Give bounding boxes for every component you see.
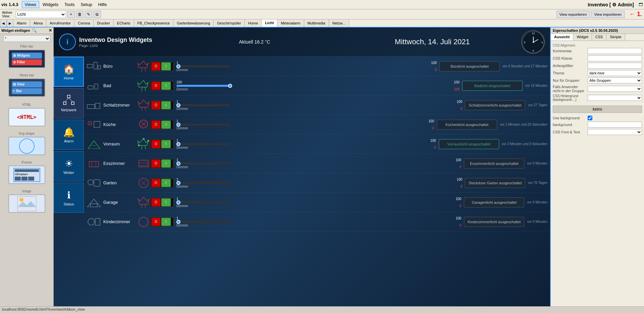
menu-tools[interactable]: Tools bbox=[62, 1, 77, 8]
html-widget[interactable]: <HTML> bbox=[2, 108, 51, 126]
search-icon[interactable]: 🔍 bbox=[32, 28, 37, 33]
tab-netzw[interactable]: Netzw... bbox=[329, 19, 349, 27]
room-status-btn-3[interactable]: Küchenlicht ausgeschaltet bbox=[437, 120, 497, 130]
switch-on-8[interactable]: I bbox=[161, 218, 171, 226]
copy-view-btn[interactable]: ⧉ bbox=[94, 11, 101, 18]
css-klasse-input[interactable] bbox=[588, 55, 642, 61]
nav-alarm[interactable]: 🔔 Alarm bbox=[54, 120, 84, 150]
switch-off-1[interactable]: O bbox=[151, 82, 161, 90]
prop-tab-widget[interactable]: Widget bbox=[573, 34, 592, 41]
room-status-btn-1[interactable]: Badlicht eingeschaltet bbox=[462, 81, 523, 91]
viewtabs-prev[interactable]: ◀ bbox=[0, 19, 7, 27]
dimmer-thumb-7[interactable] bbox=[176, 200, 180, 204]
dimmer-thumb-8[interactable] bbox=[176, 220, 180, 224]
dimmer-thumb-0[interactable] bbox=[176, 64, 180, 68]
switch-off-7[interactable]: O bbox=[151, 198, 161, 206]
prop-tab-css[interactable]: CSS bbox=[592, 34, 607, 41]
switch-off-6[interactable]: O bbox=[151, 179, 161, 187]
dimmer-track-8[interactable] bbox=[176, 221, 230, 223]
prop-tab-aussicht[interactable]: Aussicht bbox=[551, 34, 573, 41]
canvas-area[interactable]: i Inventwo Design Widgets Page: Licht Ak… bbox=[54, 27, 550, 313]
dimmer-track-0[interactable] bbox=[176, 65, 230, 67]
tab-echarts[interactable]: ECharts bbox=[114, 19, 134, 27]
menu-setup[interactable]: Setup bbox=[78, 1, 95, 8]
views-bar-widget[interactable]: ⊞ View ≡ Bar bbox=[2, 78, 51, 98]
viewtabs-next[interactable]: ▶ bbox=[7, 19, 13, 27]
switch-off-2[interactable]: O bbox=[151, 101, 161, 109]
switch-off-5[interactable]: O bbox=[151, 160, 161, 168]
room-switch-2[interactable]: O I bbox=[150, 101, 174, 110]
switch-on-6[interactable]: I bbox=[161, 179, 171, 187]
tab-alarm[interactable]: Alarm bbox=[13, 19, 30, 27]
room-switch-1[interactable]: O I bbox=[150, 81, 174, 90]
nur-fuer-gruppen-select[interactable]: Alle Gruppen bbox=[588, 77, 642, 83]
room-status-btn-5[interactable]: Esszimmerlicht ausgeschaltet bbox=[464, 159, 524, 169]
background-input[interactable]: rgba(1, 1, 1, 1) none repeat scroll 0% 0… bbox=[588, 122, 642, 128]
tab-gartenbewaesserung[interactable]: Gartenbewässerung bbox=[173, 19, 214, 27]
active-view-select[interactable]: Licht bbox=[16, 11, 66, 18]
nav-wetter[interactable]: ☀ Wetter bbox=[54, 151, 84, 181]
anfangsfilter-input[interactable] bbox=[588, 63, 642, 69]
room-switch-6[interactable]: O I bbox=[150, 178, 174, 188]
dimmer-track-7[interactable] bbox=[176, 201, 230, 203]
tab-meteoalarm[interactable]: Meteoalarm bbox=[277, 19, 304, 27]
dimmer-thumb-3[interactable] bbox=[176, 123, 180, 127]
tab-geschirrspueler[interactable]: Geschirrspüler bbox=[214, 19, 245, 27]
room-switch-8[interactable]: O I bbox=[150, 217, 174, 227]
dimmer-track-5[interactable] bbox=[176, 163, 230, 165]
room-switch-0[interactable]: O I bbox=[150, 62, 174, 71]
dimmer-track-1[interactable] bbox=[176, 85, 230, 87]
switch-on-7[interactable]: I bbox=[161, 198, 171, 206]
tab-anrufmonitor[interactable]: Anrufmonitor bbox=[46, 19, 74, 27]
switch-off-4[interactable]: O bbox=[151, 140, 161, 148]
switch-on-4[interactable]: I bbox=[161, 140, 171, 148]
dimmer-thumb-5[interactable] bbox=[176, 162, 180, 166]
rename-view-btn[interactable]: ✎ bbox=[85, 11, 92, 18]
room-switch-3[interactable]: O I bbox=[150, 120, 174, 129]
css-font-text-select[interactable] bbox=[588, 129, 642, 135]
switch-on-1[interactable]: I bbox=[161, 82, 171, 90]
nav-netzwerk[interactable]: Netzwerk bbox=[54, 88, 84, 118]
import-btn[interactable]: View importieren bbox=[591, 11, 625, 18]
filter-bar-widget[interactable]: ⊞ Widgets ⊘ Filter bbox=[2, 50, 51, 68]
dimmer-thumb-1[interactable] bbox=[228, 84, 232, 88]
room-status-btn-0[interactable]: Bürolicht ausgeschaltet bbox=[439, 61, 500, 71]
nav-status[interactable]: ℹ Status bbox=[54, 183, 84, 213]
prop-tab-skripte[interactable]: Skripte bbox=[606, 34, 625, 41]
room-switch-7[interactable]: O I bbox=[150, 198, 174, 207]
nav-home[interactable]: 🏠 Home bbox=[54, 57, 84, 87]
image-widget[interactable] bbox=[2, 194, 51, 213]
room-status-btn-4[interactable]: Vorraumlicht eingeschaltet bbox=[439, 139, 499, 149]
tab-multimedia[interactable]: Multimedia bbox=[304, 19, 329, 27]
switch-off-8[interactable]: O bbox=[151, 218, 161, 226]
room-status-btn-8[interactable]: Kinderzimmerlicht ausgeschaltet bbox=[464, 217, 524, 227]
dimmer-thumb-6[interactable] bbox=[176, 181, 180, 185]
filter-select[interactable]: * bbox=[3, 35, 50, 42]
delete-view-btn[interactable]: 🗑 bbox=[76, 11, 84, 18]
tab-licht[interactable]: Licht bbox=[262, 19, 277, 27]
keins-btn[interactable]: keins bbox=[553, 106, 642, 113]
export-btn[interactable]: View exportieren bbox=[556, 11, 590, 18]
menu-widgets[interactable]: Widgets bbox=[40, 1, 61, 8]
dimmer-thumb-4[interactable] bbox=[176, 142, 180, 146]
tab-corona[interactable]: Corona bbox=[74, 19, 94, 27]
tab-drucker[interactable]: Drucker bbox=[94, 19, 114, 27]
tab-home[interactable]: Home bbox=[245, 19, 262, 27]
dimmer-track-2[interactable] bbox=[176, 104, 230, 106]
kommentar-input[interactable] bbox=[588, 48, 642, 54]
iframe-widget[interactable]: <iFrame> bbox=[2, 166, 51, 184]
room-status-btn-7[interactable]: Garagenlicht ausgeschaltet bbox=[464, 197, 524, 207]
room-switch-5[interactable]: O I bbox=[150, 159, 174, 168]
switch-on-3[interactable]: I bbox=[161, 121, 171, 129]
use-background-checkbox[interactable] bbox=[588, 116, 592, 120]
room-status-btn-2[interactable]: Schlafzimmerlicht ausgeschaltet bbox=[465, 100, 525, 110]
room-switch-4[interactable]: O I bbox=[150, 139, 174, 149]
tab-fb-checkpresence[interactable]: FB_Checkpresence bbox=[134, 19, 174, 27]
dimmer-thumb-2[interactable] bbox=[176, 103, 180, 107]
menu-hilfe[interactable]: Hilfe bbox=[95, 1, 109, 8]
switch-off-0[interactable]: O bbox=[151, 62, 161, 70]
switch-on-0[interactable]: I bbox=[161, 62, 171, 70]
switch-on-5[interactable]: I bbox=[161, 160, 171, 168]
falls-select[interactable] bbox=[588, 86, 642, 92]
close-icon[interactable]: ✕ bbox=[49, 28, 52, 33]
